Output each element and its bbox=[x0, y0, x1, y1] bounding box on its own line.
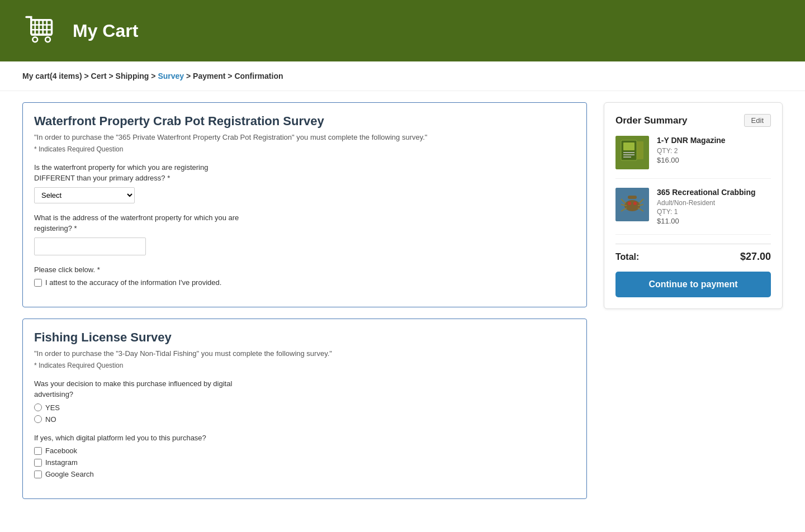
q5-google-label[interactable]: Google Search bbox=[34, 470, 575, 478]
q1-label: Is the waterfront property for which you… bbox=[34, 162, 575, 184]
q3-checkbox-label[interactable]: I attest to the accuracy of the informat… bbox=[34, 278, 575, 287]
q5-facebook-text: Facebook bbox=[45, 446, 77, 455]
item-magazine-details: 1-Y DNR Magazine QTY: 2 $16.00 bbox=[657, 136, 771, 169]
order-summary-header: Order Summary Edit bbox=[615, 114, 771, 127]
q4-no-text: NO bbox=[45, 415, 56, 424]
q2-address-input[interactable] bbox=[34, 238, 146, 255]
q2-group: What is the address of the waterfront pr… bbox=[34, 212, 575, 255]
q5-google-checkbox[interactable] bbox=[34, 471, 42, 478]
q5-google-text: Google Search bbox=[45, 470, 94, 478]
item-crabbing-qty: QTY: 1 bbox=[657, 208, 771, 216]
breadcrumb-mycart: My cart(4 items) bbox=[22, 72, 82, 80]
breadcrumb-confirmation: Confirmation bbox=[234, 72, 283, 80]
q5-instagram-text: Instagram bbox=[45, 458, 78, 467]
order-item-magazine: 1-Y DNR Magazine QTY: 2 $16.00 bbox=[615, 136, 771, 179]
breadcrumb-cert: Cert bbox=[91, 72, 107, 80]
breadcrumb: My cart(4 items) > Cert > Shipping > Sur… bbox=[0, 61, 805, 91]
continue-to-payment-button[interactable]: Continue to payment bbox=[615, 272, 771, 297]
breadcrumb-shipping: Shipping bbox=[116, 72, 149, 80]
q1-select[interactable]: Select Yes No bbox=[34, 187, 135, 203]
item-crabbing-name: 365 Recreational Crabbing bbox=[657, 188, 771, 197]
q4-radio-yes[interactable] bbox=[34, 403, 42, 411]
q5-group: If yes, which digital platform led you t… bbox=[34, 433, 575, 479]
item-crabbing-type: Adult/Non-Resident bbox=[657, 199, 771, 207]
breadcrumb-survey: Survey bbox=[158, 72, 184, 80]
svg-point-7 bbox=[32, 37, 37, 42]
order-summary-column: Order Summary Edit 1 bbox=[604, 102, 783, 309]
item-magazine-image bbox=[615, 136, 649, 169]
q4-radio-no-label[interactable]: NO bbox=[34, 415, 575, 424]
breadcrumb-separator2: > bbox=[108, 72, 115, 80]
page-header: My Cart bbox=[0, 0, 805, 61]
fishing-survey-subtitle: "In order to purchase the "3-Day Non-Tid… bbox=[34, 348, 575, 359]
q4-group: Was your decision to make this purchase … bbox=[34, 378, 575, 424]
q3-checkbox[interactable] bbox=[34, 279, 42, 287]
order-summary-title: Order Summary bbox=[615, 115, 688, 126]
item-crabbing-details: 365 Recreational Crabbing Adult/Non-Resi… bbox=[657, 188, 771, 225]
total-row: Total: $27.00 bbox=[615, 244, 771, 272]
breadcrumb-payment: Payment bbox=[193, 72, 225, 80]
svg-point-26 bbox=[633, 202, 637, 205]
cart-icon bbox=[22, 11, 61, 50]
fishing-survey-title: Fishing License Survey bbox=[34, 330, 575, 345]
crab-pot-survey-card: Waterfront Property Crab Pot Registratio… bbox=[22, 102, 587, 307]
crab-pot-survey-subtitle: "In order to purchase the "365 Private W… bbox=[34, 132, 575, 143]
item-magazine-price: $16.00 bbox=[657, 156, 771, 164]
breadcrumb-separator4: > bbox=[186, 72, 193, 80]
crab-pot-required-note: * Indicates Required Question bbox=[34, 145, 575, 153]
page-title: My Cart bbox=[73, 21, 138, 41]
item-magazine-qty: QTY: 2 bbox=[657, 147, 771, 155]
svg-point-8 bbox=[45, 37, 50, 42]
q4-label: Was your decision to make this purchase … bbox=[34, 378, 575, 400]
svg-rect-0 bbox=[31, 20, 52, 35]
q1-group: Is the waterfront property for which you… bbox=[34, 162, 575, 203]
item-crabbing-price: $11.00 bbox=[657, 217, 771, 225]
q4-radio-yes-label[interactable]: YES bbox=[34, 403, 575, 412]
svg-point-25 bbox=[628, 202, 631, 205]
svg-rect-27 bbox=[628, 196, 637, 199]
q5-instagram-checkbox[interactable] bbox=[34, 459, 42, 467]
fishing-required-note: * Indicates Required Question bbox=[34, 362, 575, 369]
main-content: Waterfront Property Crab Pot Registratio… bbox=[0, 91, 805, 510]
total-label: Total: bbox=[615, 252, 639, 262]
q3-checkbox-text: I attest to the accuracy of the informat… bbox=[45, 278, 221, 287]
fishing-license-survey-card: Fishing License Survey "In order to purc… bbox=[22, 319, 587, 499]
q4-radio-no[interactable] bbox=[34, 415, 42, 423]
breadcrumb-separator3: > bbox=[151, 72, 158, 80]
q3-label: Please click below. * bbox=[34, 264, 575, 276]
q3-group: Please click below. * I attest to the ac… bbox=[34, 264, 575, 287]
item-magazine-name: 1-Y DNR Magazine bbox=[657, 136, 771, 145]
q5-facebook-checkbox[interactable] bbox=[34, 447, 42, 455]
crab-pot-survey-title: Waterfront Property Crab Pot Registratio… bbox=[34, 114, 575, 129]
q4-yes-text: YES bbox=[45, 403, 60, 412]
q5-instagram-label[interactable]: Instagram bbox=[34, 458, 575, 467]
order-summary-card: Order Summary Edit 1 bbox=[604, 102, 783, 309]
svg-rect-16 bbox=[637, 141, 643, 159]
svg-point-18 bbox=[624, 200, 640, 211]
total-amount: $27.00 bbox=[740, 251, 771, 263]
surveys-column: Waterfront Property Crab Pot Registratio… bbox=[22, 102, 587, 499]
order-item-crabbing: 365 Recreational Crabbing Adult/Non-Resi… bbox=[615, 188, 771, 235]
breadcrumb-separator5: > bbox=[228, 72, 234, 80]
item-crabbing-image bbox=[615, 188, 649, 221]
breadcrumb-separator1: > bbox=[84, 72, 91, 80]
q5-label: If yes, which digital platform led you t… bbox=[34, 433, 575, 444]
q2-label: What is the address of the waterfront pr… bbox=[34, 212, 575, 234]
q5-facebook-label[interactable]: Facebook bbox=[34, 446, 575, 455]
edit-button[interactable]: Edit bbox=[744, 114, 771, 127]
svg-rect-12 bbox=[623, 142, 634, 150]
